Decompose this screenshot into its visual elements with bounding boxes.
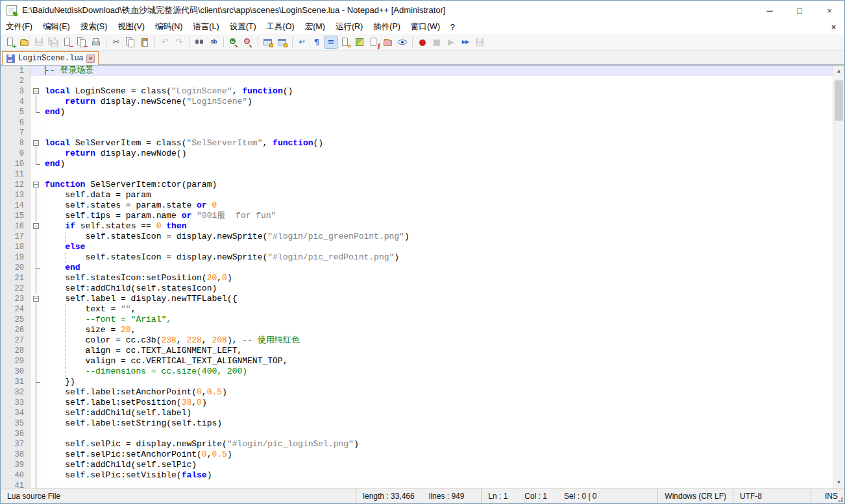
fold-margin[interactable]: [31, 180, 42, 190]
fold-collapse-icon[interactable]: [33, 296, 39, 302]
menu-item-10[interactable]: 运行(R): [330, 20, 368, 34]
user-define-dialog-icon[interactable]: ★: [339, 36, 352, 49]
fold-collapse-icon[interactable]: [33, 223, 39, 229]
macro-stop-icon[interactable]: ■: [430, 36, 443, 49]
code-line-11[interactable]: 11: [1, 169, 833, 180]
code-line-2[interactable]: 2: [1, 76, 833, 86]
code-line-6[interactable]: 6: [1, 117, 833, 128]
save-all-icon[interactable]: [47, 36, 60, 49]
code-line-18[interactable]: 18 else: [1, 242, 833, 252]
function-list-icon[interactable]: ƒ: [367, 36, 380, 49]
code-line-29[interactable]: 29 valign = cc.VERTICAL_TEXT_ALIGNMENT_T…: [1, 356, 833, 366]
macro-play-icon[interactable]: ▶: [445, 36, 458, 49]
word-wrap-icon[interactable]: ↵: [296, 36, 309, 49]
code-line-41[interactable]: 41: [1, 481, 833, 488]
status-insert-mode[interactable]: INS: [811, 488, 844, 503]
cut-icon[interactable]: ✂: [110, 36, 123, 49]
monitoring-icon[interactable]: [396, 36, 409, 49]
code-line-40[interactable]: 40 self.selPic:setVisible(false): [1, 470, 833, 481]
scroll-up-icon[interactable]: ▲: [833, 66, 844, 77]
code-line-28[interactable]: 28 align = cc.TEXT_ALIGNMENT_LEFT,: [1, 346, 833, 356]
save-icon[interactable]: [32, 36, 45, 49]
menu-item-8[interactable]: 工具(O): [262, 20, 300, 34]
status-encoding[interactable]: UTF-8: [733, 488, 811, 503]
macro-record-icon[interactable]: ●: [416, 36, 429, 49]
show-indent-guide-icon[interactable]: ≡: [325, 36, 337, 49]
code-line-21[interactable]: 21 self.statesIcon:setPosition(20,0): [1, 273, 833, 283]
new-file-icon[interactable]: +: [4, 36, 17, 49]
minimize-button[interactable]: ─: [755, 1, 785, 20]
code-line-10[interactable]: 10end): [1, 159, 833, 169]
code-line-27[interactable]: 27 color = cc.c3b(238, 228, 208), -- 使用纯…: [1, 335, 833, 346]
code-line-33[interactable]: 33 self.label:setPosition(38,0): [1, 398, 833, 408]
code-line-34[interactable]: 34 self:addChild(self.label): [1, 408, 833, 418]
menu-item-4[interactable]: 视图(V): [112, 20, 150, 34]
code-line-3[interactable]: 3local LoginScene = class("LoginScene", …: [1, 86, 833, 97]
menu-item-9[interactable]: 宏(M): [300, 20, 330, 34]
code-line-7[interactable]: 7: [1, 128, 833, 138]
menu-item-3[interactable]: 搜索(S): [75, 20, 113, 34]
zoom-in-icon[interactable]: +: [227, 36, 240, 49]
code-line-24[interactable]: 24 text = "",: [1, 304, 833, 315]
open-file-icon[interactable]: [18, 36, 31, 49]
fold-margin[interactable]: [31, 138, 42, 149]
code-line-37[interactable]: 37 self.selPic = display.newSprite("#log…: [1, 439, 833, 450]
menu-item-11[interactable]: 插件(P): [368, 20, 406, 34]
paste-icon[interactable]: [138, 36, 151, 49]
macro-save-icon[interactable]: [473, 36, 486, 49]
vertical-scrollbar[interactable]: ▲ ▼: [833, 66, 844, 488]
print-icon[interactable]: [90, 36, 103, 49]
redo-icon[interactable]: ↷: [173, 36, 186, 49]
menu-item-1[interactable]: 文件(F): [1, 20, 38, 34]
code-line-26[interactable]: 26 size = 28,: [1, 325, 833, 335]
fold-collapse-icon[interactable]: [33, 182, 39, 187]
menu-item-6[interactable]: 语言(L): [188, 20, 224, 34]
zoom-out-icon[interactable]: −: [241, 36, 254, 49]
fold-collapse-icon[interactable]: [33, 140, 39, 146]
sync-horizontal-scroll-icon[interactable]: [276, 36, 289, 49]
code-line-16[interactable]: 16 if self.states == 0 then: [1, 221, 833, 232]
code-line-15[interactable]: 15 self.tips = param.name or "001服 for f…: [1, 211, 833, 221]
menu-item-12[interactable]: 窗口(W): [406, 20, 445, 34]
menubar-close-document-button[interactable]: ×: [828, 23, 839, 32]
document-map-icon[interactable]: [353, 36, 366, 49]
code-line-38[interactable]: 38 self.selPic:setAnchorPoint(0,0.5): [1, 450, 833, 460]
code-line-20[interactable]: 20 end: [1, 263, 833, 273]
code-line-4[interactable]: 4 return display.newScene("LoginScene"): [1, 97, 833, 107]
code-line-23[interactable]: 23 self.label = display.newTTFLabel({: [1, 294, 833, 304]
menu-item-5[interactable]: 编码(N): [150, 20, 188, 34]
code-line-13[interactable]: 13 self.data = param: [1, 190, 833, 200]
code-line-35[interactable]: 35 self.label:setString(self.tips): [1, 418, 833, 429]
close-all-files-icon[interactable]: −: [75, 36, 88, 49]
code-line-36[interactable]: 36: [1, 429, 833, 439]
code-line-25[interactable]: 25 --font = "Arial",: [1, 315, 833, 325]
undo-icon[interactable]: ↶: [158, 36, 171, 49]
maximize-button[interactable]: □: [785, 1, 814, 20]
status-eol-format[interactable]: Windows (CR LF): [657, 488, 733, 503]
code-line-32[interactable]: 32 self.label:setAnchorPoint(0,0.5): [1, 387, 833, 398]
scrollbar-thumb[interactable]: [835, 80, 843, 121]
code-line-19[interactable]: 19 self.statesIcon = display.newSprite("…: [1, 252, 833, 263]
code-line-14[interactable]: 14 self.states = param.state or 0: [1, 200, 833, 211]
menu-item-13[interactable]: ?: [445, 21, 460, 33]
tab-loginscene-lua[interactable]: LoginScene.lua ×: [2, 51, 99, 65]
macro-run-multiple-icon[interactable]: ▶▶: [459, 36, 472, 49]
code-line-17[interactable]: 17 self.statesIcon = display.newSprite("…: [1, 232, 833, 242]
scrollbar-track[interactable]: [833, 77, 844, 477]
sync-vertical-scroll-icon[interactable]: [262, 36, 275, 49]
code-line-22[interactable]: 22 self:addChild(self.statesIcon): [1, 283, 833, 294]
fold-margin[interactable]: [31, 86, 42, 97]
resize-grip[interactable]: [841, 500, 843, 502]
code-line-31[interactable]: 31 }): [1, 377, 833, 387]
replace-icon[interactable]: ab: [207, 36, 220, 49]
tab-close-icon[interactable]: ×: [86, 54, 95, 63]
code-editor[interactable]: 1-- 登录场景23local LoginScene = class("Logi…: [1, 66, 833, 488]
copy-icon[interactable]: [124, 36, 137, 49]
folder-as-workspace-icon[interactable]: [382, 36, 395, 49]
code-line-8[interactable]: 8local SelServerItem = class("SelServerI…: [1, 138, 833, 149]
find-icon[interactable]: [193, 36, 206, 49]
fold-margin[interactable]: [31, 294, 42, 304]
fold-collapse-icon[interactable]: [33, 88, 39, 94]
menu-item-2[interactable]: 编辑(E): [38, 20, 75, 34]
code-line-12[interactable]: 12function SelServerItem:ctor(param): [1, 180, 833, 190]
